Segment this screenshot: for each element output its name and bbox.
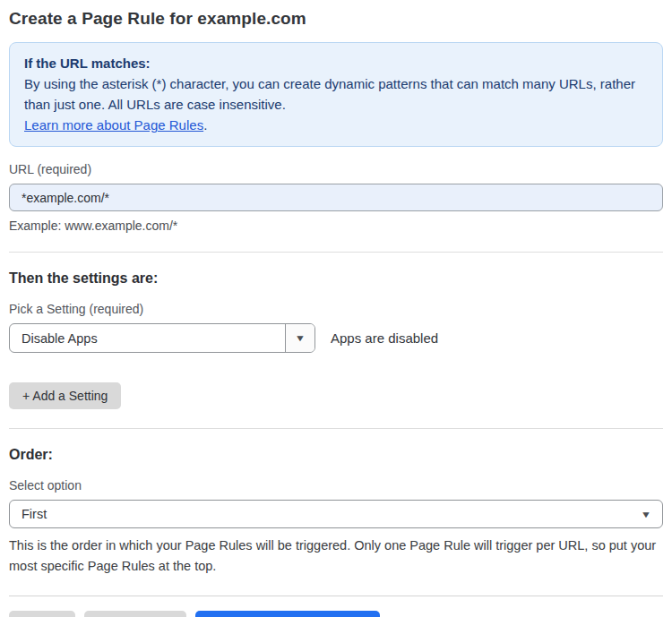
setting-row: Disable Apps ▼ Apps are disabled bbox=[9, 323, 663, 353]
section-divider bbox=[9, 428, 663, 429]
footer-divider bbox=[9, 596, 663, 596]
setting-select[interactable]: Disable Apps ▼ bbox=[9, 323, 315, 353]
footer-actions: Cancel Save as Draft Save and Deploy Pag… bbox=[9, 611, 663, 617]
add-setting-button[interactable]: + Add a Setting bbox=[9, 382, 121, 409]
page-title: Create a Page Rule for example.com bbox=[9, 9, 663, 29]
save-as-draft-button[interactable]: Save as Draft bbox=[84, 611, 187, 617]
order-help-text: This is the order in which your Page Rul… bbox=[9, 536, 658, 577]
save-and-deploy-button[interactable]: Save and Deploy Page Rule bbox=[195, 611, 380, 617]
setting-select-value: Disable Apps bbox=[10, 324, 285, 352]
create-page-rule-panel: Create a Page Rule for example.com If th… bbox=[0, 0, 672, 617]
chevron-down-icon: ▼ bbox=[295, 334, 306, 343]
settings-section-heading: Then the settings are: bbox=[9, 270, 663, 287]
info-link-line: Learn more about Page Rules. bbox=[24, 115, 648, 135]
info-box-heading: If the URL matches: bbox=[24, 53, 648, 73]
setting-status-text: Apps are disabled bbox=[331, 330, 438, 346]
url-field-label: URL (required) bbox=[9, 162, 663, 176]
url-field-hint: Example: www.example.com/* bbox=[9, 219, 663, 233]
chevron-down-icon: ▼ bbox=[641, 510, 651, 519]
learn-more-link[interactable]: Learn more about Page Rules bbox=[24, 117, 203, 133]
order-select[interactable]: First ▼ bbox=[9, 500, 663, 528]
order-select-label: Select option bbox=[9, 478, 663, 493]
url-match-info-box: If the URL matches: By using the asteris… bbox=[9, 42, 663, 147]
url-input[interactable] bbox=[9, 184, 663, 211]
order-section-heading: Order: bbox=[9, 447, 663, 463]
pick-setting-label: Pick a Setting (required) bbox=[9, 302, 663, 316]
info-box-body: By using the asterisk (*) character, you… bbox=[24, 73, 648, 115]
section-divider bbox=[9, 252, 663, 253]
order-select-value: First bbox=[22, 507, 47, 521]
setting-select-arrow-button[interactable]: ▼ bbox=[285, 324, 314, 352]
info-link-suffix: . bbox=[203, 117, 207, 133]
cancel-button[interactable]: Cancel bbox=[9, 611, 75, 617]
